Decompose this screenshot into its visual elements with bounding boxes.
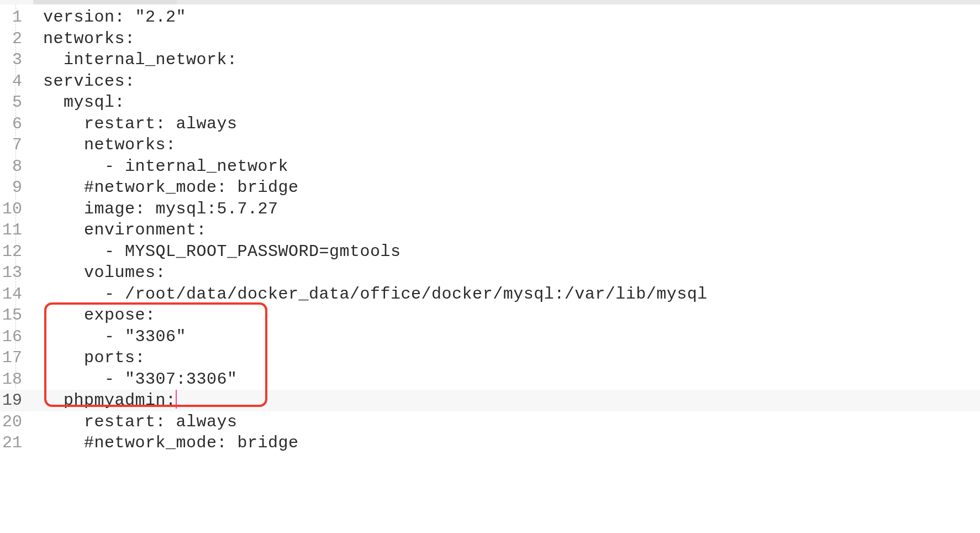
- code-text: environment:: [43, 220, 207, 241]
- line-number: 19: [0, 390, 27, 411]
- code-line[interactable]: 21 #network_mode: bridge: [0, 432, 980, 454]
- code-line[interactable]: 1version: "2.2": [0, 7, 980, 28]
- code-text: phpmyadmin:: [43, 390, 177, 411]
- code-text: ports:: [43, 347, 145, 369]
- text-cursor: [176, 390, 177, 409]
- code-text: internal_network:: [43, 49, 238, 71]
- code-line[interactable]: 20 restart: always: [0, 411, 980, 433]
- line-number: 18: [0, 369, 27, 390]
- code-line[interactable]: 12 - MYSQL_ROOT_PASSWORD=gmtools: [0, 241, 980, 263]
- code-line[interactable]: 15 expose:: [0, 305, 980, 326]
- code-line[interactable]: 4services:: [0, 71, 980, 92]
- line-number: 12: [0, 241, 27, 263]
- code-line[interactable]: 5 mysql:: [0, 92, 980, 113]
- code-text: networks:: [43, 28, 135, 50]
- line-number: 11: [0, 220, 27, 241]
- code-text: #network_mode: bridge: [43, 177, 299, 198]
- code-line[interactable]: 14 - /root/data/docker_data/office/docke…: [0, 284, 980, 305]
- code-line[interactable]: 17 ports:: [0, 347, 980, 369]
- code-text: networks:: [43, 134, 176, 156]
- code-line[interactable]: 13 volumes:: [0, 262, 980, 284]
- code-line[interactable]: 8 - internal_network: [0, 156, 980, 177]
- line-number: 6: [0, 113, 27, 135]
- code-text: mysql:: [43, 92, 125, 113]
- line-number: 10: [0, 198, 27, 220]
- code-line[interactable]: 7 networks:: [0, 134, 980, 156]
- code-text: restart: always: [43, 411, 238, 433]
- code-text: volumes:: [43, 262, 166, 284]
- code-text: - MYSQL_ROOT_PASSWORD=gmtools: [43, 241, 401, 263]
- line-number: 5: [0, 92, 27, 113]
- code-text: - "3306": [43, 326, 186, 348]
- code-text: services:: [43, 71, 135, 92]
- code-text: - "3307:3306": [43, 369, 238, 390]
- line-number: 21: [0, 432, 27, 454]
- code-line[interactable]: 19 phpmyadmin:: [0, 390, 980, 411]
- code-text: - /root/data/docker_data/office/docker/m…: [43, 284, 708, 305]
- code-line[interactable]: 3 internal_network:: [0, 49, 980, 71]
- code-line[interactable]: 9 #network_mode: bridge: [0, 177, 980, 198]
- tab-spacer: [0, 0, 33, 4]
- code-text: version: "2.2": [43, 7, 186, 28]
- line-number: 7: [0, 134, 27, 156]
- code-line[interactable]: 16 - "3306": [0, 326, 980, 348]
- line-number: 8: [0, 156, 27, 177]
- tab-inactive[interactable]: [33, 0, 177, 4]
- code-text: restart: always: [43, 113, 238, 135]
- code-line[interactable]: 6 restart: always: [0, 113, 980, 135]
- line-number: 2: [0, 28, 27, 50]
- line-number: 3: [0, 49, 27, 71]
- line-number: 9: [0, 177, 27, 198]
- line-number: 17: [0, 347, 27, 369]
- line-number: 20: [0, 411, 27, 433]
- code-line[interactable]: 10 image: mysql:5.7.27: [0, 198, 980, 220]
- line-number: 4: [0, 71, 27, 92]
- line-number: 14: [0, 284, 27, 305]
- code-editor[interactable]: 1version: "2.2"2networks:3 internal_netw…: [0, 4, 980, 454]
- code-line[interactable]: 18 - "3307:3306": [0, 369, 980, 390]
- line-number: 16: [0, 326, 27, 348]
- tab-area: [177, 0, 980, 4]
- code-line[interactable]: 2networks:: [0, 28, 980, 50]
- line-number: 13: [0, 262, 27, 284]
- code-text: #network_mode: bridge: [43, 432, 299, 454]
- code-line[interactable]: 11 environment:: [0, 220, 980, 241]
- code-text: expose:: [43, 305, 156, 326]
- code-text: image: mysql:5.7.27: [43, 198, 278, 220]
- line-number: 1: [0, 7, 27, 28]
- code-text: - internal_network: [43, 156, 288, 177]
- tab-bar: [0, 0, 980, 4]
- line-number: 15: [0, 305, 27, 326]
